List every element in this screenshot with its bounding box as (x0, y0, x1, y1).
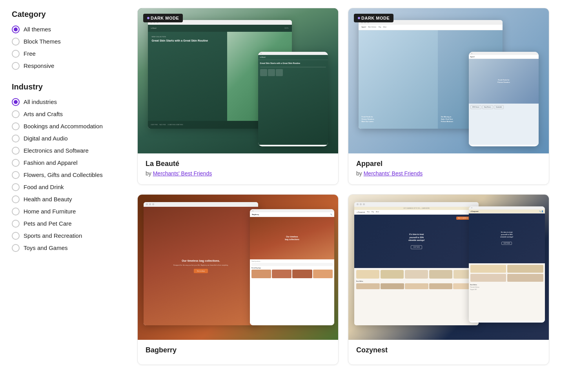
category-item-all[interactable]: All themes (12, 25, 122, 33)
category-title: Category (12, 10, 122, 19)
theme-author-labeaute: by Merchants' Best Friends (146, 170, 330, 177)
theme-card-info-labeaute: La Beauté by Merchants' Best Friends (138, 153, 338, 184)
industry-item-sports[interactable]: Sports and Recreation (12, 232, 122, 240)
theme-card-bagberry[interactable]: Our timeless bag collections. Designed f… (137, 194, 339, 365)
mockup-cn-mobile: ⬥ Cozynest 🔍 👤 It's time to treatyoursel… (469, 206, 545, 323)
industry-item-toys[interactable]: Toys and Games (12, 244, 122, 252)
industry-radio-food[interactable] (12, 183, 20, 191)
industry-radio-all[interactable] (12, 98, 20, 106)
industry-label-arts: Arts and Crafts (24, 110, 63, 118)
category-label-free: Free (24, 49, 36, 58)
industry-label-all: All industries (24, 98, 57, 106)
category-radio-responsive[interactable] (12, 62, 20, 70)
theme-name-labeaute: La Beauté (146, 160, 330, 168)
theme-author-link-apparel[interactable]: Merchants' Best Friends (364, 170, 423, 177)
industry-item-pets[interactable]: Pets and Pet Care (12, 219, 122, 228)
industry-radio-toys[interactable] (12, 244, 20, 252)
themes-grid: La Beauté SHOP ▾ NEW COLLECTION Great Sk… (137, 8, 549, 365)
theme-name-bagberry: Bagberry (146, 346, 330, 354)
category-radio-group: All themes Block Themes Free Responsive (12, 25, 122, 70)
industry-item-digital[interactable]: Digital and Audio (12, 134, 122, 142)
theme-preview-labeaute: La Beauté SHOP ▾ NEW COLLECTION Great Sk… (138, 8, 338, 153)
theme-card-labeaute[interactable]: La Beauté SHOP ▾ NEW COLLECTION Great Sk… (137, 8, 339, 185)
industry-radio-electronics[interactable] (12, 147, 20, 155)
theme-author-apparel: by Merchants' Best Friends (356, 170, 541, 177)
theme-preview-cozynest: HOT CLEARANCE UP TO 70% — LEARN MORE ⬥ C… (348, 195, 549, 340)
dark-mode-badge-apparel: DARK MODE (354, 14, 393, 22)
industry-label-bookings: Bookings and Accommodation (24, 122, 103, 130)
industry-item-all[interactable]: All industries (12, 98, 122, 106)
industry-title: Industry (12, 82, 122, 91)
category-item-free[interactable]: Free (12, 49, 122, 58)
main-content: La Beauté SHOP ▾ NEW COLLECTION Great Sk… (137, 8, 549, 365)
industry-item-arts[interactable]: Arts and Crafts (12, 110, 122, 118)
category-radio-free[interactable] (12, 50, 20, 58)
theme-preview-apparel: Apparel Main CollectionBlogAbout Fresh F… (348, 8, 549, 153)
category-radio-block[interactable] (12, 38, 20, 46)
mockup-bg-desktop: Our timeless bag collections. Designed f… (144, 202, 258, 326)
dark-mode-badge-labeaute: DARK MODE (143, 14, 183, 22)
industry-radio-bookings[interactable] (12, 122, 20, 130)
industry-radio-digital[interactable] (12, 135, 20, 142)
industry-item-fashion[interactable]: Fashion and Apparel (12, 159, 122, 167)
industry-radio-fashion[interactable] (12, 159, 20, 167)
industry-radio-group: All industries Arts and Crafts Bookings … (12, 98, 122, 252)
category-item-responsive[interactable]: Responsive (12, 62, 122, 70)
theme-preview-bagberry: Our timeless bag collections. Designed f… (138, 195, 338, 340)
category-label-responsive: Responsive (24, 62, 54, 70)
mockup-ap-mobile: Apparel Fresh Finds forFitness Fanatics … (469, 52, 539, 146)
industry-label-pets: Pets and Pet Care (24, 219, 72, 228)
industry-label-fashion: Fashion and Apparel (24, 159, 78, 167)
industry-item-electronics[interactable]: Electronics and Software (12, 146, 122, 155)
theme-card-info-bagberry: Bagberry (138, 340, 338, 365)
industry-label-digital: Digital and Audio (24, 134, 68, 142)
industry-radio-sports[interactable] (12, 232, 20, 240)
category-item-block[interactable]: Block Themes (12, 37, 122, 46)
category-label-block: Block Themes (24, 37, 61, 46)
category-label-all: All themes (24, 25, 51, 33)
industry-item-bookings[interactable]: Bookings and Accommodation (12, 122, 122, 130)
theme-card-cozynest[interactable]: HOT CLEARANCE UP TO 70% — LEARN MORE ⬥ C… (348, 194, 549, 365)
category-radio-all[interactable] (12, 26, 20, 33)
mockup-lb-mobile: La Beauté Great Skin Starts with a Great… (258, 52, 328, 146)
industry-label-electronics: Electronics and Software (24, 146, 89, 155)
theme-author-link-labeaute[interactable]: Merchants' Best Friends (153, 170, 212, 177)
industry-item-flowers[interactable]: Flowers, Gifts and Collectibles (12, 171, 122, 179)
industry-item-home[interactable]: Home and Furniture (12, 207, 122, 215)
sidebar: Category All themes Block Themes Free Re… (12, 8, 122, 365)
industry-item-health[interactable]: Health and Beauty (12, 195, 122, 203)
theme-card-info-apparel: Apparel by Merchants' Best Friends (348, 153, 549, 184)
page-layout: Category All themes Block Themes Free Re… (12, 8, 549, 365)
industry-item-food[interactable]: Food and Drink (12, 183, 122, 191)
industry-label-home: Home and Furniture (24, 207, 76, 215)
industry-radio-pets[interactable] (12, 220, 20, 228)
theme-name-apparel: Apparel (356, 160, 541, 168)
industry-label-flowers: Flowers, Gifts and Collectibles (24, 171, 103, 179)
industry-label-health: Health and Beauty (24, 195, 72, 203)
industry-radio-home[interactable] (12, 208, 20, 215)
theme-card-apparel[interactable]: Apparel Main CollectionBlogAbout Fresh F… (348, 8, 549, 185)
industry-label-food: Food and Drink (24, 183, 64, 191)
industry-label-toys: Toys and Games (24, 244, 68, 252)
industry-radio-flowers[interactable] (12, 171, 20, 179)
industry-label-sports: Sports and Recreation (24, 232, 82, 240)
theme-name-cozynest: Cozynest (356, 346, 541, 354)
mockup-bg-mobile: Bagberry. 🔍 Our timelessbag collections … (250, 209, 334, 325)
mockup-cn-desktop: HOT CLEARANCE UP TO 70% — LEARN MORE ⬥ C… (354, 202, 479, 326)
theme-card-info-cozynest: Cozynest (348, 340, 549, 365)
industry-radio-arts[interactable] (12, 110, 20, 118)
industry-radio-health[interactable] (12, 195, 20, 203)
